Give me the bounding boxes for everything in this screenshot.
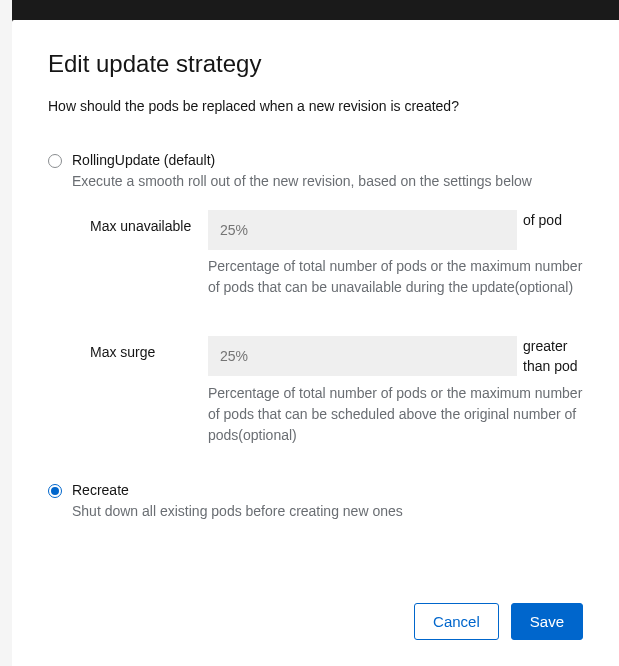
recreate-sub: Shut down all existing pods before creat… <box>72 501 583 522</box>
modal-body: Edit update strategy How should the pods… <box>12 20 619 585</box>
radio-row-recreate[interactable]: Recreate Shut down all existing pods bef… <box>48 480 583 522</box>
radio-icon[interactable] <box>48 154 62 168</box>
backdrop <box>0 0 12 666</box>
max-unavailable-label: Max unavailable <box>90 210 208 236</box>
radio-label-block: RollingUpdate (default) Execute a smooth… <box>72 150 583 192</box>
field-body: of pod Percentage of total number of pod… <box>208 210 583 298</box>
cancel-button[interactable]: Cancel <box>414 603 499 641</box>
max-surge-input[interactable] <box>208 336 517 376</box>
modal-footer: Cancel Save <box>12 585 619 667</box>
recreate-label: Recreate <box>72 480 583 501</box>
rolling-update-fields: Max unavailable of pod Percentage of tot… <box>90 210 583 446</box>
max-unavailable-input[interactable] <box>208 210 517 250</box>
max-surge-suffix: greater than pod <box>523 336 583 377</box>
rolling-update-label: RollingUpdate (default) <box>72 150 583 171</box>
max-unavailable-help: Percentage of total number of pods or th… <box>208 256 583 298</box>
strategy-radio-group: RollingUpdate (default) Execute a smooth… <box>48 150 583 522</box>
option-rolling-update: RollingUpdate (default) Execute a smooth… <box>48 150 583 446</box>
modal-description: How should the pods be replaced when a n… <box>48 98 583 114</box>
field-max-unavailable: Max unavailable of pod Percentage of tot… <box>90 210 583 298</box>
rolling-update-sub: Execute a smooth roll out of the new rev… <box>72 171 583 192</box>
field-max-surge: Max surge greater than pod Percentage of… <box>90 336 583 446</box>
edit-update-strategy-modal: Edit update strategy How should the pods… <box>12 20 619 666</box>
max-unavailable-suffix: of pod <box>523 210 583 250</box>
radio-label-block: Recreate Shut down all existing pods bef… <box>72 480 583 522</box>
radio-row-rolling[interactable]: RollingUpdate (default) Execute a smooth… <box>48 150 583 192</box>
radio-icon[interactable] <box>48 484 62 498</box>
modal-title: Edit update strategy <box>48 50 583 78</box>
field-body: greater than pod Percentage of total num… <box>208 336 583 446</box>
option-recreate: Recreate Shut down all existing pods bef… <box>48 480 583 522</box>
save-button[interactable]: Save <box>511 603 583 641</box>
max-surge-label: Max surge <box>90 336 208 362</box>
max-surge-help: Percentage of total number of pods or th… <box>208 383 583 446</box>
